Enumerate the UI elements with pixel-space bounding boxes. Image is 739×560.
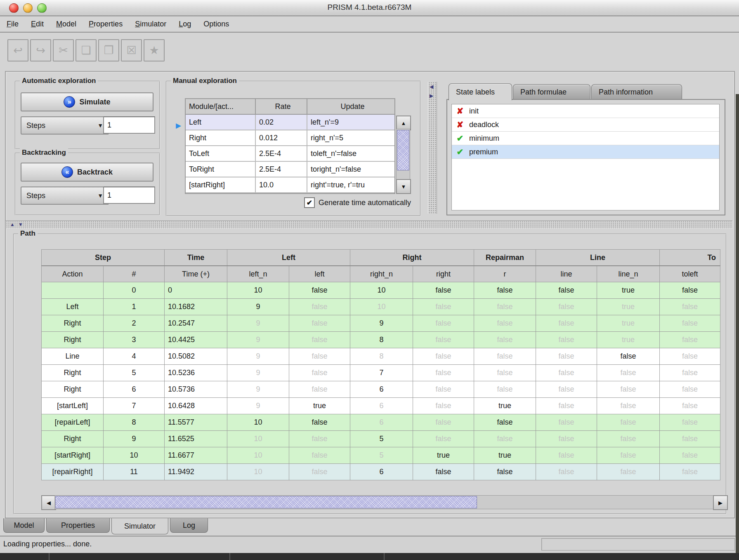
redo-button[interactable]: ↪: [30, 39, 51, 61]
path-table-body: 0010false10falsefalsefalsetruefalseLeft1…: [42, 282, 720, 480]
cut-button[interactable]: ✂: [53, 39, 74, 61]
auto-steps-select[interactable]: Steps ▼: [21, 116, 109, 135]
main-tab-simulator[interactable]: Simulator: [111, 518, 168, 534]
path-cell: 5: [104, 365, 165, 381]
vertical-splitter[interactable]: ◀ ▶: [428, 82, 437, 214]
main-tab-log[interactable]: Log: [170, 518, 208, 533]
collapse-right-icon[interactable]: ▶: [430, 93, 433, 98]
backtrack-steps-input[interactable]: 1: [103, 187, 155, 204]
manual-scrollbar-thumb[interactable]: [397, 130, 409, 170]
path-cell: [startRight]: [42, 447, 104, 464]
path-row[interactable]: [startRight]1011.667710false5truetruefal…: [42, 447, 720, 464]
path-cell: 9: [227, 332, 289, 348]
manual-rate-cell: 10.0: [256, 177, 307, 192]
manual-row[interactable]: ToRight2.5E-4toright_n'=false: [186, 162, 394, 177]
cross-icon: ✘: [455, 106, 465, 116]
tab-state-labels[interactable]: State labels: [449, 83, 512, 100]
path-row[interactable]: Left110.16829false10falsefalsefalsetruef…: [42, 299, 720, 315]
manual-scroll-down-button[interactable]: ▼: [396, 179, 411, 194]
state-label-row[interactable]: ✔minimum: [452, 132, 719, 145]
title-bar: PRISM 4.1.beta.r6673M: [0, 0, 739, 16]
path-row[interactable]: [repairRight]1111.949210false6falsefalse…: [42, 464, 720, 480]
tab-path-information[interactable]: Path information: [591, 84, 682, 99]
path-row[interactable]: Line410.50829false8falsefalsefalsefalsef…: [42, 348, 720, 365]
collapse-left-icon[interactable]: ◀: [430, 84, 433, 89]
menu-properties[interactable]: Properties: [89, 20, 123, 28]
delete-button[interactable]: ☒: [121, 39, 142, 61]
path-cell: false: [413, 381, 474, 398]
path-cell: false: [413, 299, 474, 315]
path-scrollbar-thumb[interactable]: [55, 496, 477, 508]
path-cell: true: [597, 299, 660, 315]
manual-row[interactable]: Right0.012right_n'=5: [186, 130, 394, 146]
paste-button[interactable]: ❐: [98, 39, 119, 61]
auto-steps-input[interactable]: 1: [103, 116, 155, 134]
manual-rate-cell: 0.02: [256, 115, 307, 130]
copy-button[interactable]: ❏: [76, 39, 97, 61]
path-cell: false: [289, 464, 350, 480]
path-cell: false: [413, 282, 474, 299]
path-cell: 4: [104, 348, 165, 365]
manual-rate-cell: 0.012: [256, 130, 307, 145]
manual-row[interactable]: ToLeft2.5E-4toleft_n'=false: [186, 146, 394, 162]
menu-simulator[interactable]: Simulator: [135, 20, 166, 28]
path-cell: 6: [350, 414, 413, 431]
main-tab-model[interactable]: Model: [3, 518, 45, 533]
path-scrollbar[interactable]: [54, 495, 714, 509]
path-scroll-right-button[interactable]: ▶: [713, 495, 728, 510]
state-label-name: deadlock: [469, 121, 499, 129]
path-cell: 9: [227, 365, 289, 381]
path-column-header: right_n: [350, 266, 413, 282]
path-cell: false: [413, 464, 474, 480]
horizontal-splitter[interactable]: ▲ ▼: [6, 220, 732, 229]
state-label-row[interactable]: ✘deadlock: [452, 118, 719, 132]
path-cell: false: [413, 431, 474, 447]
menu-edit[interactable]: Edit: [31, 20, 44, 28]
state-label-row[interactable]: ✔premium: [452, 145, 719, 159]
path-group-header: Left: [227, 250, 350, 266]
generate-time-checkbox[interactable]: ✔: [304, 197, 315, 208]
manual-row[interactable]: Left0.02left_n'=9: [186, 115, 394, 130]
manual-scrollbar[interactable]: [396, 129, 410, 180]
collapse-down-icon[interactable]: ▼: [18, 222, 23, 227]
undo-button[interactable]: ↩: [7, 39, 28, 61]
path-row[interactable]: Right510.52369false7falsefalsefalsefalse…: [42, 365, 720, 381]
backtrack-steps-select[interactable]: Steps ▼: [21, 187, 109, 205]
path-row[interactable]: Right911.652510false5falsefalsefalsefals…: [42, 431, 720, 447]
path-cell: 9: [350, 315, 413, 332]
backtrack-button[interactable]: « Backtrack: [21, 163, 153, 182]
path-column-header: Action: [42, 266, 104, 282]
path-row[interactable]: Right610.57369false6falsefalsefalsefalse…: [42, 381, 720, 398]
path-cell: 9: [227, 315, 289, 332]
state-labels-panel: ✘init✘deadlock✔minimum✔premium: [446, 99, 725, 215]
collapse-up-icon[interactable]: ▲: [10, 222, 15, 227]
path-row[interactable]: 0010false10falsefalsefalsetruefalse: [42, 282, 720, 299]
path-column-header: r: [474, 266, 536, 282]
path-cell: false: [536, 332, 597, 348]
state-label-row[interactable]: ✘init: [452, 104, 719, 118]
path-scroll-left-button[interactable]: ◀: [41, 495, 56, 510]
simulate-button[interactable]: » Simulate: [21, 92, 153, 111]
menu-file[interactable]: File: [7, 20, 19, 28]
path-row[interactable]: [repairLeft]811.557710false6falsefalsefa…: [42, 414, 720, 431]
path-row[interactable]: [startLeft]710.64289true6falsetruefalsef…: [42, 398, 720, 414]
tab-path-formulae[interactable]: Path formulae: [513, 84, 590, 99]
menu-options[interactable]: Options: [203, 20, 229, 28]
path-cell: 6: [350, 381, 413, 398]
manual-scroll-up-button[interactable]: ▲: [396, 116, 411, 130]
path-cell: false: [660, 299, 720, 315]
menu-log[interactable]: Log: [179, 20, 191, 28]
path-cell: false: [474, 348, 536, 365]
menu-model[interactable]: Model: [56, 20, 76, 28]
path-row[interactable]: Right310.44259false8falsefalsefalsetruef…: [42, 332, 720, 348]
simulator-content: Automatic exploration » Simulate Steps ▼…: [5, 71, 735, 518]
path-group: Path StepTimeLeftRightRepairmanLineToAct…: [13, 234, 727, 514]
cut-icon: ✂: [59, 45, 68, 56]
main-tab-properties[interactable]: Properties: [46, 518, 110, 533]
simulate-icon: »: [64, 96, 75, 108]
automatic-exploration-title: Automatic exploration: [20, 77, 98, 85]
manual-row[interactable]: [startRight]10.0right'=true, r'=tru: [186, 177, 394, 193]
path-row[interactable]: Right210.25479false9falsefalsefalsetruef…: [42, 315, 720, 332]
star-button[interactable]: ★: [144, 39, 165, 61]
path-cell: false: [660, 348, 720, 365]
